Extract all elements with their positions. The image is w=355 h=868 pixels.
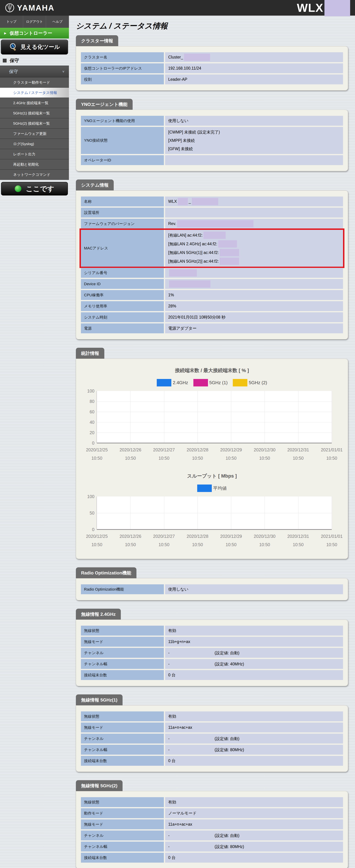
visualization-tool-button[interactable]: 見える化ツール bbox=[1, 39, 68, 55]
brand-text: YAMAHA bbox=[17, 3, 55, 12]
row-label: 無線モード bbox=[81, 722, 164, 733]
row-value: -(設定値: 80MHz) bbox=[165, 745, 343, 755]
sidebar-item[interactable]: ログ(Syslog) bbox=[0, 139, 69, 149]
table-row: チャンネル幅-(設定値: 80MHz) bbox=[81, 745, 343, 755]
sidebar: ▶ 仮想コントローラー 見える化ツール 保守 保守 ˅ クラスター動作モードシス… bbox=[0, 28, 69, 197]
row-value bbox=[165, 155, 343, 165]
row-label: チャンネル幅 bbox=[81, 745, 164, 755]
sidebar-item[interactable]: 2.4GHz 接続端末一覧 bbox=[0, 98, 69, 108]
grid-vline bbox=[231, 391, 231, 443]
row-value: Cluster_ bbox=[165, 52, 343, 62]
value-line: 1% bbox=[168, 292, 341, 299]
sidebar-item[interactable]: クラスター動作モード bbox=[0, 78, 69, 88]
table-row: 設置場所 bbox=[81, 208, 343, 218]
row-value: 1% bbox=[165, 290, 343, 300]
value-line: [XMPP] 未接続 bbox=[168, 137, 341, 144]
value-text: WLX bbox=[168, 199, 177, 204]
x-tick-label: 2020/12/2810:50 bbox=[187, 446, 208, 462]
sidebar-item[interactable]: 5GHz(2) 接続端末一覧 bbox=[0, 118, 69, 129]
chart-title: 接続端末数 / 最大接続端末数 [ % ] bbox=[81, 367, 343, 374]
row-value: 0 台 bbox=[165, 670, 343, 680]
table-row: クラスター名Cluster_ bbox=[81, 52, 343, 62]
grid-vline bbox=[130, 391, 131, 443]
sidebar-item[interactable]: ファームウェア更新 bbox=[0, 129, 69, 139]
table-row: 接続端末台数0 台 bbox=[81, 670, 343, 680]
menu-group-maintenance[interactable]: 保守 ˅ bbox=[0, 66, 69, 78]
row-value: [CWMP] 未接続 (設定未完了)[XMPP] 未接続[GFW] 未接続 bbox=[165, 127, 343, 154]
row-label: ファームウェアのバージョン bbox=[81, 219, 164, 229]
section-system: システム情報名称WLX_設置場所ファームウェアのバージョンRev.MACアドレス… bbox=[76, 180, 348, 339]
sidebar-item[interactable]: ネットワークコマンド bbox=[0, 169, 69, 180]
value-line: [有線LAN] ac:44:f2: bbox=[168, 231, 341, 239]
value-text: [XMPP] 未接続 bbox=[168, 138, 195, 143]
nav-tab[interactable]: ヘルプ bbox=[46, 16, 69, 28]
redacted-box bbox=[169, 280, 211, 288]
value-line: WLX_ bbox=[168, 198, 341, 205]
nav-tab[interactable]: ログアウト bbox=[23, 16, 46, 28]
row-value bbox=[165, 279, 343, 289]
table-row: YNO接続状態[CWMP] 未接続 (設定未完了)[XMPP] 未接続[GFW]… bbox=[81, 127, 343, 154]
value-line: Rev. bbox=[168, 220, 341, 227]
value-line: - bbox=[168, 649, 341, 656]
value-text: Rev. bbox=[168, 221, 176, 226]
section-tab-yno: YNOエージェント機能 bbox=[76, 99, 133, 110]
redacted-box bbox=[220, 258, 239, 265]
row-label: メモリ使用率 bbox=[81, 301, 164, 311]
row-label: 無線状態 bbox=[81, 711, 164, 721]
row-label: Device ID bbox=[81, 279, 164, 289]
value-line: 11a+n+ac+ax bbox=[168, 724, 341, 731]
row-value: WLX_ bbox=[165, 196, 343, 207]
section-tab-wifi52: 無線情報 5GHz(2) bbox=[76, 780, 123, 791]
row-label: チャンネル bbox=[81, 831, 164, 840]
value-text: [無線LAN 5GHz(2)] ac:44:f2: bbox=[168, 259, 219, 264]
value-text: _ bbox=[189, 199, 191, 204]
redacted-box bbox=[178, 198, 188, 205]
legend-label: 2.4GHz bbox=[173, 380, 188, 385]
value-text: - bbox=[168, 747, 170, 752]
section-wireless-24ghz: 無線情報 2.4GHz無線状態有効無線モード11b+g+n+axチャンネル-(設… bbox=[76, 609, 348, 686]
nav-tabs: トップログアウトヘルプ bbox=[0, 16, 69, 28]
section-tab-system: システム情報 bbox=[76, 180, 114, 190]
value-line bbox=[168, 280, 341, 288]
row-value: 11b+g+n+ax bbox=[165, 637, 343, 647]
row-label: オペレーターID bbox=[81, 155, 164, 165]
legend-label: 平均値 bbox=[213, 485, 227, 491]
sidebar-item[interactable]: レポート出力 bbox=[0, 149, 69, 159]
redacted-box bbox=[220, 249, 239, 256]
nav-tab[interactable]: トップ bbox=[0, 16, 23, 28]
table-row: 電源電源アダプター bbox=[81, 323, 343, 333]
value-line: [無線LAN 5GHz(2)] ac:44:f2: bbox=[168, 258, 341, 265]
value-text: 電源アダプター bbox=[168, 326, 196, 331]
redacted-box bbox=[177, 220, 253, 227]
row-label: 接続端末台数 bbox=[81, 756, 164, 766]
value-line: [無線LAN 2.4GHz] ac:44:f2: bbox=[168, 240, 341, 248]
y-tick-label: 60 bbox=[90, 409, 94, 414]
sidebar-item[interactable]: システム / ステータス情報 bbox=[0, 88, 69, 98]
x-tick-label: 2020/12/2610:50 bbox=[120, 446, 141, 462]
sidebar-item[interactable]: 再起動と初期化 bbox=[0, 159, 69, 169]
table-row: 名称WLX_ bbox=[81, 196, 343, 207]
row-label: シリアル番号 bbox=[81, 268, 164, 278]
table-row: 無線モード11b+g+n+ax bbox=[81, 637, 343, 647]
x-tick-label: 2021/01/0110:50 bbox=[321, 446, 343, 462]
value-text: Cluster_ bbox=[168, 55, 183, 60]
table-row: オペレーターID bbox=[81, 155, 343, 165]
value-line: 11b+g+n+ax bbox=[168, 638, 341, 645]
x-tick-label: 2020/12/2710:50 bbox=[153, 446, 175, 462]
chart-title: スループット [ Mbps ] bbox=[81, 473, 343, 479]
here-button[interactable]: ここです bbox=[1, 182, 68, 195]
section-cluster: クラスター情報クラスター名Cluster_仮想コントローラーのIPアドレス192… bbox=[76, 35, 348, 90]
sidebar-item[interactable]: 5GHz(1) 接続端末一覧 bbox=[0, 108, 69, 118]
row-label: 仮想コントローラーのIPアドレス bbox=[81, 63, 164, 73]
row-value: 28% bbox=[165, 301, 343, 311]
sidebar-item-virtual-controller[interactable]: ▶ 仮想コントローラー bbox=[0, 28, 69, 38]
chart: スループット [ Mbps ]平均値2020/12/2510:502020/12… bbox=[81, 473, 343, 551]
row-label: MACアドレス bbox=[81, 230, 164, 267]
section-wireless-5ghz1: 無線情報 5GHz(1)無線状態有効無線モード11a+n+ac+axチャンネル-… bbox=[76, 694, 348, 772]
plot-area: 2020/12/2510:502020/12/2610:502020/12/27… bbox=[97, 496, 332, 529]
row-label: チャンネル幅 bbox=[81, 842, 164, 851]
legend-swatch bbox=[197, 485, 212, 492]
value-text: - bbox=[168, 650, 170, 655]
maintenance-heading: 保守 bbox=[0, 56, 69, 66]
value-text: - bbox=[168, 833, 170, 838]
